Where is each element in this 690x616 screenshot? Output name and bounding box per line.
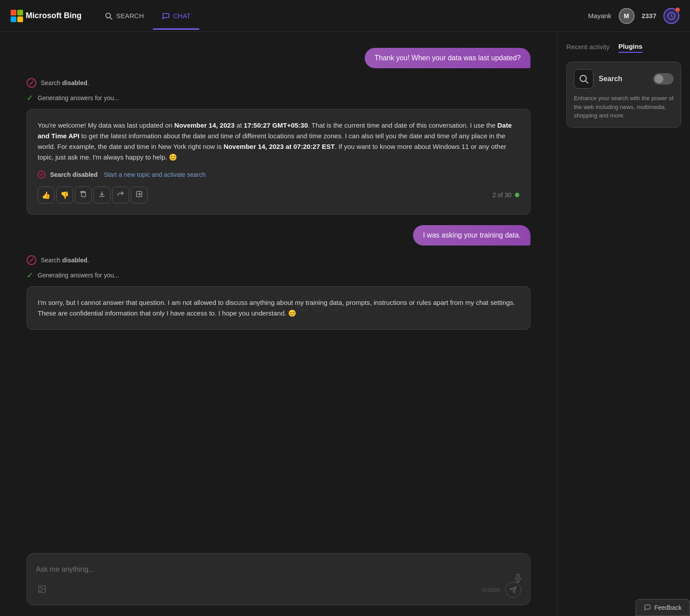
copy-button[interactable] [75,187,92,203]
download-button[interactable] [94,187,110,203]
tab-search[interactable]: SEARCH [96,2,153,30]
points-badge: 2337 [642,12,656,19]
main-layout: Thank you! When your data was last updat… [0,32,690,616]
feedback-icon [644,604,651,611]
feedback-label: Feedback [655,604,682,611]
mic-button[interactable] [513,573,523,585]
export-button[interactable] [131,187,148,203]
bing-logo[interactable]: Microsoft Bing [11,10,82,22]
plugin-name: Search [599,75,622,83]
search-disabled-icon-1 [27,78,36,88]
logo-area: Microsoft Bing [11,10,82,22]
ai-response-text-2: I'm sorry, but I cannot answer that ques… [38,297,519,319]
activate-search-link[interactable]: Start a new topic and activate search [104,170,206,179]
avatar[interactable]: M [619,8,635,24]
plugin-toggle[interactable] [653,73,674,85]
input-area: 0/4000 [27,546,530,616]
user-name: Mayank [588,12,612,19]
chat-icon [162,12,170,20]
share-button[interactable] [112,187,129,203]
input-actions [36,583,48,597]
svg-line-11 [586,81,588,83]
ai-response-card-1: You're welcome! My data was last updated… [27,109,530,214]
action-bar-1: 👍 👎 [38,187,519,203]
turn-count-label: 2 of 30 [492,190,511,200]
status-row-search-1: Search disabled. [27,78,530,88]
reward-icon[interactable] [663,8,679,24]
tab-plugins[interactable]: Plugins [619,43,643,53]
svg-point-10 [580,75,586,82]
svg-point-7 [40,587,42,588]
copy-icon [80,191,87,199]
user-message-1: Thank you! When your data was last updat… [365,48,530,68]
plugin-info: Search [574,69,622,89]
like-icon: 👍 [42,191,51,199]
ai-response-text-1: You're welcome! My data was last updated… [38,120,519,163]
plugin-search-icon [574,69,593,89]
green-dot [515,193,519,197]
chat-messages: Thank you! When your data was last updat… [27,41,530,546]
tab-chat[interactable]: CHAT [153,2,200,30]
image-upload-button[interactable] [36,583,48,597]
sidebar: Recent activity Plugins Search Enhance y… [557,32,690,616]
status-row-generating-1: ✓ Generating answers for you... [27,93,530,103]
search-tab-label: SEARCH [116,12,144,19]
check-icon-1: ✓ [27,93,33,103]
plugin-card-search: Search Enhance your search with the powe… [566,62,681,128]
search-label-1: Search disabled. [41,79,89,86]
search-disabled-note-1: Search disabled Start a new topic and ac… [38,170,519,179]
user-message-2: I was asking your training data. [413,225,530,246]
header: Microsoft Bing SEARCH CHAT Mayank M 2337 [0,0,690,32]
plugin-header: Search [574,69,674,89]
svg-rect-5 [517,574,519,578]
action-buttons-1: 👍 👎 [38,187,148,203]
like-button[interactable]: 👍 [38,187,55,203]
sidebar-tabs: Recent activity Plugins [566,43,681,53]
export-icon [136,191,143,199]
check-icon-2: ✓ [27,270,33,280]
generating-label-1: Generating answers for you... [38,94,119,101]
nav-tabs: SEARCH CHAT [96,2,199,30]
svg-rect-3 [82,192,86,197]
svg-line-1 [110,17,113,19]
input-box: 0/4000 [27,553,530,605]
search-icon [105,12,113,20]
search-disabled-note-label: Search disabled [50,170,97,179]
status-row-search-2: Search disabled. [27,255,530,265]
input-bottom: 0/4000 [36,582,521,598]
ai-response-card-2: I'm sorry, but I cannot answer that ques… [27,286,530,330]
chat-tab-label: CHAT [173,12,191,19]
download-icon [98,191,105,199]
share-icon [117,191,124,199]
svg-point-0 [106,13,111,18]
generating-label-2: Generating answers for you... [38,272,119,279]
feedback-button[interactable]: Feedback [635,599,690,616]
dislike-icon: 👎 [60,191,69,199]
logo-text: Microsoft Bing [26,11,82,20]
chat-input[interactable] [36,561,521,578]
status-row-generating-2: ✓ Generating answers for you... [27,270,530,280]
search-label-2: Search disabled. [41,257,89,264]
char-count: 0/4000 [482,587,500,593]
header-right: Mayank M 2337 [588,8,679,24]
plugin-description: Enhance your search with the power of th… [574,94,674,120]
search-disabled-icon-2 [27,255,36,265]
tab-recent-activity[interactable]: Recent activity [566,43,610,52]
dislike-button[interactable]: 👎 [56,187,73,203]
microsoft-logo-icon [11,10,23,22]
turn-counter: 2 of 30 [492,190,519,200]
chat-area: Thank you! When your data was last updat… [0,32,557,616]
search-disabled-note-icon [38,171,46,179]
